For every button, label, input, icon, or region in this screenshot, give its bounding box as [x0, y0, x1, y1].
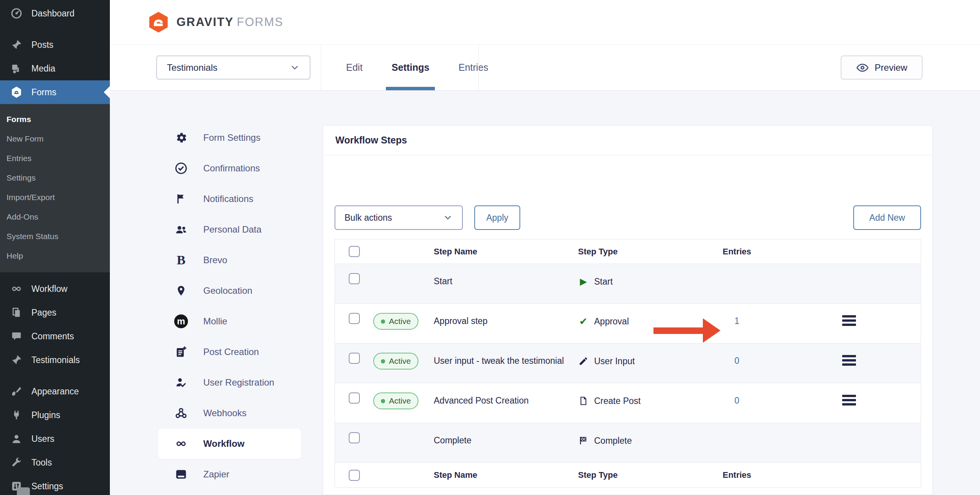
sidebar-item-plugins[interactable]: Plugins [0, 403, 110, 427]
step-name: Complete [434, 432, 578, 446]
step-type: Approval [594, 316, 629, 327]
status-badge: Active [373, 392, 418, 409]
settings-nav-post-creation[interactable]: Post Creation [158, 337, 301, 367]
eye-icon [856, 61, 869, 74]
settings-nav-webhooks[interactable]: Webhooks [158, 398, 301, 428]
sidebar-item-label: Appearance [31, 386, 79, 397]
sidebar-item-media[interactable]: Media [0, 57, 110, 80]
row-checkbox[interactable] [349, 273, 360, 284]
tab-entries[interactable]: Entries [459, 45, 488, 90]
sidebar-item-label: Comments [31, 331, 74, 342]
submenu-item-entries[interactable]: Entries [0, 148, 110, 168]
submenu-item-help[interactable]: Help [0, 246, 110, 265]
settings-nav-brevo[interactable]: B Brevo [158, 245, 301, 275]
row-checkbox[interactable] [349, 392, 360, 404]
status-badge: Active [373, 353, 418, 370]
bulk-actions-row-bottom: Bulk actions Apply [335, 488, 921, 495]
sidebar-item-label: Media [31, 64, 56, 74]
entries-count-link[interactable]: 0 [735, 356, 740, 366]
sidebar-item-users[interactable]: Users [0, 427, 110, 451]
logo-strip: GRAVITYFORMS [110, 0, 980, 45]
sidebar-item-tools[interactable]: Tools [0, 451, 110, 474]
table-row-start: Start ▶ Start [335, 264, 921, 304]
gravity-forms-logo: GRAVITYFORMS [147, 10, 283, 34]
entries-count-link[interactable]: 1 [735, 316, 740, 326]
brevo-icon: B [174, 253, 188, 267]
table-row-user-input: Active User input - tweak the testimonia… [335, 344, 921, 383]
table-header-row: Step Name Step Type Entries [335, 239, 921, 264]
form-settings-nav: Form Settings Confirmations Notification… [158, 122, 301, 490]
sidebar-item-testimonials[interactable]: Testimonials [0, 348, 110, 372]
settings-nav-mollie[interactable]: m Mollie [158, 306, 301, 337]
sidebar-item-label: Posts [31, 40, 54, 50]
settings-nav-geolocation[interactable]: Geolocation [158, 275, 301, 306]
settings-nav-form-settings[interactable]: Form Settings [158, 122, 301, 153]
sidebar-item-pages[interactable]: Pages [0, 301, 110, 324]
preview-button-label: Preview [875, 62, 907, 73]
checkered-flag-icon [578, 435, 589, 446]
sidebar-item-label: Forms [31, 87, 56, 98]
tab-edit[interactable]: Edit [346, 45, 363, 90]
people-icon [174, 223, 188, 236]
workflow-steps-table: Step Name Step Type Entries Start ▶ Star… [335, 239, 921, 488]
tab-settings[interactable]: Settings [392, 45, 430, 90]
document-icon [578, 396, 589, 406]
table-row-approval: Active Approval step ✔ Approval 1 [335, 304, 921, 344]
sidebar-item-label: Users [31, 434, 54, 444]
sidebar-item-forms[interactable]: Forms [0, 80, 110, 104]
brand-wordmark: GRAVITYFORMS [176, 15, 283, 29]
sidebar-item-comments[interactable]: Comments [0, 324, 110, 348]
form-switcher-dropdown[interactable]: Testimonials [156, 55, 310, 80]
submenu-item-system-status[interactable]: System Status [0, 226, 110, 246]
row-checkbox[interactable] [349, 432, 360, 443]
row-menu-icon[interactable] [842, 395, 856, 407]
submenu-item-add-ons[interactable]: Add-Ons [0, 207, 110, 226]
divider [479, 45, 479, 90]
preview-button[interactable]: Preview [841, 55, 923, 80]
user-icon [10, 432, 23, 445]
sidebar-item-workflow[interactable]: Workflow [0, 277, 110, 301]
submenu-item-forms[interactable]: Forms [0, 109, 110, 129]
table-row-advanced-post-creation: Active Advanced Post Creation Create Pos… [335, 383, 921, 423]
dashboard-icon [10, 7, 23, 20]
check-circle-icon [174, 161, 188, 175]
sidebar-item-posts[interactable]: Posts [0, 33, 110, 57]
pushpin-icon [10, 38, 23, 51]
sidebar-item-dashboard[interactable]: Dashboard [0, 2, 110, 25]
chevron-down-icon [290, 63, 300, 73]
row-checkbox[interactable] [349, 313, 360, 324]
bulk-actions-row: Bulk actions Apply Add New [335, 155, 921, 239]
infinity-icon [174, 437, 188, 451]
settings-nav-zapier[interactable]: Zapier [158, 459, 301, 490]
select-all-checkbox[interactable] [349, 470, 360, 481]
select-all-checkbox[interactable] [349, 246, 360, 257]
settings-nav-confirmations[interactable]: Confirmations [158, 153, 301, 184]
apply-button[interactable]: Apply [474, 205, 520, 230]
bulk-actions-select[interactable]: Bulk actions [335, 205, 463, 230]
submenu-item-new-form[interactable]: New Form [0, 129, 110, 148]
entries-count-link[interactable]: 0 [735, 396, 740, 405]
flag-icon [174, 192, 188, 206]
wrench-icon [10, 456, 23, 469]
zapier-icon [174, 467, 188, 481]
row-menu-icon[interactable] [842, 315, 856, 328]
row-checkbox[interactable] [349, 353, 360, 364]
step-name: User input - tweak the testimonial [434, 353, 578, 366]
column-header-step-type: Step Type [578, 247, 697, 257]
settings-nav-workflow[interactable]: Workflow [158, 428, 301, 459]
media-icon [10, 62, 23, 75]
add-new-button[interactable]: Add New [853, 205, 921, 230]
submenu-item-import-export[interactable]: Import/Export [0, 187, 110, 207]
row-menu-icon[interactable] [842, 355, 856, 368]
sidebar-item-label: Workflow [31, 284, 67, 294]
play-icon: ▶ [578, 276, 589, 287]
submenu-item-settings[interactable]: Settings [0, 168, 110, 187]
settings-nav-personal-data[interactable]: Personal Data [158, 214, 301, 245]
settings-nav-notifications[interactable]: Notifications [158, 184, 301, 214]
workflow-steps-panel: Workflow Steps Bulk actions Apply Add Ne… [323, 125, 933, 495]
sidebar-item-appearance[interactable]: Appearance [0, 379, 110, 403]
pushpin-icon [10, 353, 23, 366]
settings-nav-user-registration[interactable]: User Registration [158, 367, 301, 398]
column-footer-step-type: Step Type [578, 470, 697, 480]
plug-icon [10, 409, 23, 422]
